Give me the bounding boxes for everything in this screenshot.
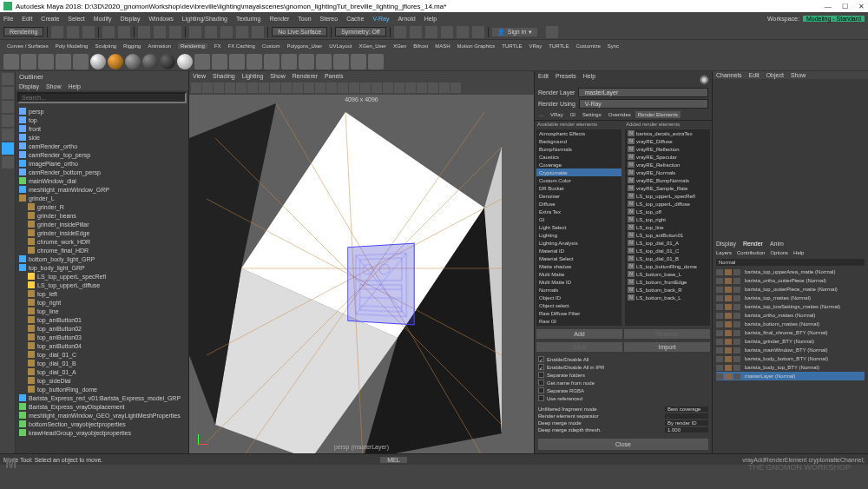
available-element-item[interactable]: Raw GI <box>536 317 621 325</box>
shelf-sphere-icon[interactable] <box>177 54 193 69</box>
add-button[interactable]: Add <box>536 329 622 339</box>
tree-item[interactable]: top_dial_01_C <box>17 350 187 359</box>
added-element-item[interactable]: NvrayRE_Normals <box>625 169 710 176</box>
added-element-item[interactable]: NLS_top_buttonRing_dome <box>625 262 710 270</box>
deepmode-dropdown[interactable]: By render ID <box>665 420 708 426</box>
render-layer-dropdown[interactable]: masterLayer <box>578 88 708 97</box>
vp-icon[interactable] <box>270 83 280 93</box>
shelf-sphere-icon[interactable] <box>90 54 106 69</box>
close-button[interactable]: Close <box>538 439 708 450</box>
available-element-item[interactable]: Coverage <box>536 161 621 169</box>
added-element-item[interactable]: NvrayRE_Sample_Rate <box>625 184 710 192</box>
shelf-sphere-icon[interactable] <box>160 54 175 69</box>
shelf-sphere-icon[interactable] <box>108 54 123 69</box>
added-element-item[interactable]: NLS_top_aniButton01 <box>625 231 710 239</box>
outliner-menu-show[interactable]: Show <box>46 83 62 89</box>
layer-tab-render[interactable]: Render <box>743 241 763 247</box>
menu-edit[interactable]: Edit <box>22 16 32 22</box>
tree-item[interactable]: Barista_Express_vrayDisplacement <box>17 402 187 411</box>
shelf-icon[interactable] <box>281 54 297 69</box>
available-element-item[interactable]: Material ID <box>536 247 621 254</box>
render-icon[interactable] <box>410 26 422 38</box>
shelf-tab[interactable]: Customize <box>575 43 600 49</box>
added-element-item[interactable]: NLS_top_right <box>625 215 710 223</box>
tree-item[interactable]: LS_top_upperL_specRefl <box>17 272 187 281</box>
re-tab-vray[interactable]: VRay <box>548 111 566 118</box>
shelf-tab[interactable]: Curves / Surfaces <box>7 43 49 49</box>
shelf-icon[interactable] <box>73 54 89 69</box>
menu-windows[interactable]: Windows <box>148 16 173 22</box>
channels-tab[interactable]: Show <box>791 72 806 78</box>
layers-menu[interactable]: Layers <box>716 250 732 255</box>
added-element-item[interactable]: NvrayRE_Diffuse <box>625 137 710 145</box>
tree-item[interactable]: top_aniButton04 <box>17 341 187 350</box>
vp-menu-panels[interactable]: Panels <box>325 73 343 79</box>
vp-icon[interactable] <box>405 83 416 93</box>
snap-point-icon[interactable] <box>220 26 233 38</box>
channels-tab[interactable]: Edit <box>749 72 760 78</box>
vp-icon[interactable] <box>191 83 201 93</box>
menu-cache[interactable]: Cache <box>346 16 364 22</box>
tree-item[interactable]: camRender_top_persp <box>17 150 187 159</box>
tool[interactable] <box>2 156 14 169</box>
render-layer-item[interactable]: barista_mainWindow_BTY (Normal) <box>716 346 865 354</box>
marketplace-icon[interactable] <box>546 26 558 38</box>
shelf-tab[interactable]: TURTLE <box>502 43 522 49</box>
added-element-item[interactable]: NLS_top_upperL_diffuse <box>625 200 710 208</box>
maximize-button[interactable]: ☐ <box>842 3 848 10</box>
tree-item[interactable]: camRender_ortho <box>17 142 187 150</box>
available-element-item[interactable]: Multi Matte <box>536 270 621 278</box>
minimize-button[interactable]: — <box>825 3 832 10</box>
layer-mode-dropdown[interactable]: Normal <box>716 259 865 266</box>
render-layer-item[interactable]: barista_ortho_outterPiece (Normal) <box>716 276 865 285</box>
re-option[interactable]: Get name from node <box>538 379 708 387</box>
viewport-canvas[interactable]: 4096 x 4096 <box>189 95 534 453</box>
vp-icon[interactable] <box>417 83 427 93</box>
render-layer-item[interactable]: masterLayer (Normal) <box>716 372 865 380</box>
render-layer-item[interactable]: barista_body_bottom_BTY (Normal) <box>716 354 865 363</box>
shelf-icon[interactable] <box>316 54 332 69</box>
tree-item[interactable]: top_left <box>17 289 187 298</box>
added-element-item[interactable]: NLS_bottom_back_R <box>625 286 710 294</box>
menu-help[interactable]: Help <box>424 16 437 22</box>
vp-icon[interactable] <box>315 83 326 93</box>
shelf-icon[interactable] <box>21 54 36 69</box>
lasso-icon[interactable] <box>154 26 166 38</box>
shelf-sphere-icon[interactable] <box>142 54 158 69</box>
re-tab-settings[interactable]: Settings <box>580 111 604 118</box>
added-element-item[interactable]: NLS_top_line <box>625 223 710 231</box>
open-scene-icon[interactable] <box>67 26 79 38</box>
shelf-tab[interactable]: Custom <box>262 43 280 49</box>
re-option[interactable]: Separate RGBA <box>538 387 708 394</box>
available-element-item[interactable]: Diffuse <box>536 200 621 208</box>
shelf-tab[interactable]: VRay <box>529 43 542 49</box>
snap-plane-icon[interactable] <box>236 26 248 38</box>
available-element-item[interactable]: Object ID <box>536 294 621 301</box>
available-element-item[interactable]: Multi Matte ID <box>536 278 621 286</box>
hypershade-icon[interactable] <box>457 26 469 38</box>
render-layer-item[interactable]: barista_ortho_mattes (Normal) <box>716 311 865 320</box>
layers-menu[interactable]: Options <box>770 250 788 255</box>
added-element-item[interactable]: NvrayRE_Specular <box>625 153 710 161</box>
vp-icon[interactable] <box>202 83 213 93</box>
tree-item[interactable]: meshlight_mainWindow_GEO_vrayLightMeshPr… <box>17 411 187 420</box>
select-tool[interactable] <box>2 73 14 85</box>
available-element-item[interactable]: Object select <box>536 301 621 309</box>
tree-item[interactable]: chrome_final_HDR <box>17 246 187 254</box>
re-option[interactable]: Enable/Disable All <box>538 355 708 363</box>
vp-icon[interactable] <box>247 83 258 93</box>
select-mode-icon[interactable] <box>138 26 150 38</box>
re-menu-edit[interactable]: Edit <box>538 73 549 85</box>
render-layer-item[interactable]: barista_grinder_BTY (Normal) <box>716 337 865 346</box>
render-layer-item[interactable]: barista_top_upperArea_matte (Normal) <box>716 268 865 276</box>
channels-tab[interactable]: Channels <box>716 72 742 78</box>
tree-item[interactable]: top_right <box>17 298 187 307</box>
mel-label[interactable]: MEL <box>380 457 406 463</box>
vp-icon[interactable] <box>428 83 438 93</box>
available-element-item[interactable]: Atmospheric Effects <box>536 129 621 137</box>
shelf-sphere-icon[interactable] <box>125 54 141 69</box>
added-element-item[interactable]: NLS_top_dial_01_C <box>625 247 710 254</box>
tree-item[interactable]: top_aniButton02 <box>17 324 187 333</box>
vp-menu-show[interactable]: Show <box>270 73 286 79</box>
menu-render[interactable]: Render <box>269 16 289 22</box>
